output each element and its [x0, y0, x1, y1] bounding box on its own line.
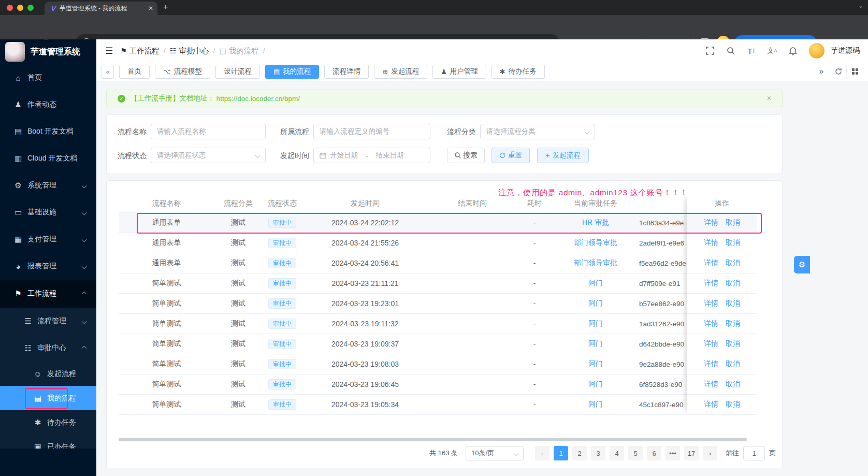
collapse-menu-icon[interactable]: ☰ [105, 46, 113, 56]
app-logo[interactable]: 芋道管理系统 [0, 39, 96, 64]
sidebar-item[interactable]: ☰ 流程管理 [0, 308, 96, 335]
user-avatar[interactable] [809, 43, 824, 59]
status-select[interactable]: 请选择流程状态 [151, 148, 266, 163]
current-task-link[interactable]: 阿门 [588, 299, 603, 307]
page-button[interactable]: 17 [684, 446, 699, 460]
reset-button[interactable]: 重置 [491, 148, 530, 163]
cancel-link[interactable]: 取消 [726, 299, 740, 308]
detail-link[interactable]: 详情 [704, 258, 718, 268]
sidebar-item[interactable]: ▭ 基础设施 [0, 199, 96, 226]
cancel-link[interactable]: 取消 [726, 258, 740, 268]
cancel-link[interactable]: 取消 [726, 279, 740, 288]
name-input[interactable]: 请输入流程名称 [151, 124, 266, 139]
goto-page-input[interactable] [743, 446, 765, 460]
date-range-picker[interactable]: 开始日期 - 结束日期 [313, 148, 430, 163]
view-tab[interactable]: ▤ 我的流程 [265, 65, 319, 79]
detail-link[interactable]: 详情 [704, 299, 718, 308]
current-task-link[interactable]: 阿门 [588, 359, 603, 368]
view-tab[interactable]: 首页 [119, 65, 150, 79]
sidebar-item[interactable]: ▦ 支付管理 [0, 226, 96, 253]
translate-icon[interactable]: 文A [768, 46, 777, 55]
detail-link[interactable]: 详情 [704, 359, 718, 369]
settings-gear-button[interactable]: ⚙ [794, 256, 810, 273]
macos-zoom-button[interactable] [27, 5, 34, 11]
prev-page-button[interactable]: ‹ [535, 446, 549, 460]
category-select[interactable]: 请选择流程分类 [480, 124, 595, 139]
current-task-link[interactable]: 阿门 [588, 400, 603, 408]
next-page-button[interactable]: › [703, 446, 717, 460]
detail-link[interactable]: 详情 [704, 339, 718, 349]
cell-category: 测试 [214, 319, 262, 328]
sidebar-item[interactable]: ✱ 待办任务 [0, 410, 96, 435]
sidebar-item[interactable]: ◕ 报表管理 [0, 253, 96, 280]
stack-icon: ☷ [23, 343, 33, 353]
current-task-link[interactable]: 阿门 [588, 319, 603, 327]
definition-input[interactable]: 请输入流程定义的编号 [313, 124, 430, 139]
detail-link[interactable]: 详情 [704, 319, 718, 328]
horizontal-scrollbar[interactable] [119, 438, 747, 441]
view-tab[interactable]: ⊕ 发起流程 [374, 65, 427, 79]
page-button[interactable]: 3 [591, 446, 605, 460]
cancel-link[interactable]: 取消 [726, 380, 740, 389]
font-size-icon[interactable]: TT [747, 46, 756, 55]
cell-process-name: 通用表单 [119, 238, 214, 248]
view-tab[interactable]: 流程详情 [324, 65, 369, 79]
sidebar-item[interactable]: ▣ 已办任务 [0, 435, 96, 449]
page-button[interactable]: 1 [554, 446, 568, 460]
breadcrumb-item[interactable]: ▤ 我的流程 [219, 46, 265, 56]
page-button[interactable]: 5 [628, 446, 643, 460]
detail-link[interactable]: 详情 [704, 238, 718, 248]
page-button[interactable]: 6 [647, 446, 661, 460]
new-tab-button[interactable]: + [163, 3, 168, 12]
book-icon: ▤ [219, 47, 226, 55]
page-size-select[interactable]: 10条/页 [466, 446, 524, 460]
sidebar-item[interactable]: ☺ 发起流程 [0, 362, 96, 386]
current-task-link[interactable]: 阿门 [588, 339, 603, 348]
tab-search-icon[interactable]: ⌄ [858, 2, 863, 9]
tab-close-icon[interactable]: ✕ [148, 5, 153, 12]
search-icon[interactable] [726, 46, 735, 55]
sidebar-item[interactable]: ⚙ 系统管理 [0, 172, 96, 199]
create-process-button[interactable]: + 发起流程 [537, 148, 589, 163]
fullscreen-icon[interactable] [705, 46, 715, 55]
sidebar-item[interactable]: ▤ Boot 开发文档 [0, 118, 96, 145]
page-button[interactable]: 2 [572, 446, 587, 460]
breadcrumb-item[interactable]: ⚑ 工作流程 [120, 46, 166, 56]
cancel-link[interactable]: 取消 [726, 319, 740, 328]
cancel-link[interactable]: 取消 [726, 400, 740, 409]
current-task-link[interactable]: 部门领导审批 [574, 238, 617, 247]
detail-link[interactable]: 详情 [704, 380, 718, 389]
macos-minimize-button[interactable] [17, 5, 23, 11]
scroll-tabs-right-icon[interactable]: » [813, 65, 830, 79]
sidebar-item[interactable]: ⚑ 工作流程 [0, 280, 96, 308]
sidebar-item[interactable]: ☷ 审批中心 [0, 335, 96, 362]
sidebar-item[interactable]: ⌂ 首页 [0, 64, 96, 91]
page-button[interactable]: ••• [666, 446, 680, 460]
cancel-link[interactable]: 取消 [726, 238, 740, 248]
alert-close-icon[interactable]: ✕ [766, 95, 772, 102]
current-task-link[interactable]: 阿门 [588, 279, 603, 287]
view-tab[interactable]: ⌥ 流程模型 [155, 65, 210, 79]
view-tab[interactable]: 设计流程 [215, 65, 260, 79]
cancel-link[interactable]: 取消 [726, 339, 740, 349]
current-task-link[interactable]: 部门领导审批 [574, 258, 617, 267]
view-tab[interactable]: ✱ 待办任务 [491, 65, 545, 79]
layout-grid-icon[interactable] [846, 65, 863, 79]
sidebar-item[interactable]: ♟ 作者动态 [0, 91, 96, 118]
bell-icon[interactable] [788, 46, 798, 55]
browser-tab[interactable]: V 芋道管理系统 - 我的流程 ✕ [45, 2, 157, 15]
sidebar-item[interactable]: ▥ Cloud 开发文档 [0, 145, 96, 172]
detail-link[interactable]: 详情 [704, 279, 718, 288]
macos-close-button[interactable] [7, 5, 13, 11]
alert-link[interactable]: https://doc.iocoder.cn/bpm/ [216, 95, 300, 103]
refresh-page-icon[interactable] [830, 65, 846, 79]
scroll-tabs-left-icon[interactable]: « [102, 65, 114, 79]
page-button[interactable]: 4 [610, 446, 624, 460]
page-unit: 页 [769, 449, 776, 458]
cancel-link[interactable]: 取消 [726, 359, 740, 369]
search-button[interactable]: 搜索 [447, 148, 485, 163]
detail-link[interactable]: 详情 [704, 400, 718, 409]
view-tab[interactable]: ♟ 用户管理 [432, 65, 486, 79]
current-task-link[interactable]: 阿门 [588, 380, 603, 388]
breadcrumb-item[interactable]: ☷ 审批中心 [170, 46, 215, 56]
